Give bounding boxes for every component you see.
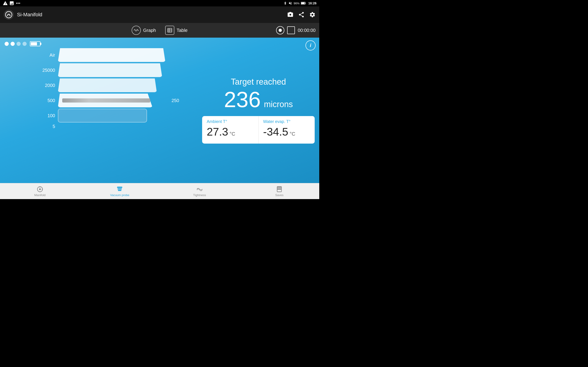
gauge-bar-2000-container (58, 78, 165, 92)
gauge-row-500: 500 250 (37, 94, 165, 107)
water-temp-value-row: -34.5 °C (263, 125, 310, 138)
share-icon[interactable] (298, 11, 304, 18)
gauge-bar-air-container (58, 48, 165, 62)
battery-body (30, 41, 40, 46)
camera-icon[interactable] (287, 11, 294, 18)
svg-rect-20 (277, 187, 282, 188)
tab-graph[interactable]: Graph (127, 23, 161, 38)
settings-icon[interactable] (309, 11, 316, 18)
table-icon-svg (167, 28, 172, 33)
gauge-row-2000: 2000 (37, 78, 165, 92)
water-temp-section: Water evap. T° -34.5 °C (259, 116, 315, 144)
connection-dots (5, 42, 27, 46)
battery-percent: 96% (294, 2, 300, 5)
dot-1 (5, 42, 9, 46)
tightness-tab-label: Tightness (193, 193, 206, 197)
left-panel: Air 25000 2000 500 (0, 38, 202, 183)
right-panel: i Target reached 236 microns Ambient T° … (202, 38, 319, 183)
main-content: Air 25000 2000 500 (0, 38, 319, 183)
svg-point-0 (16, 3, 17, 4)
active-indicator (62, 98, 150, 102)
dot-2 (10, 42, 15, 46)
device-status (5, 41, 198, 46)
ambient-temp-section: Ambient T° 27.3 °C (202, 116, 259, 144)
svg-point-1 (18, 3, 19, 4)
manifold-tab-icon (36, 186, 43, 193)
vacuum-value-display: 236 microns (224, 89, 293, 110)
tab-saves[interactable]: Saves (240, 185, 320, 198)
water-temp-unit: °C (290, 131, 295, 137)
app-title: Si-Manifold (17, 12, 42, 18)
svg-rect-7 (168, 28, 172, 32)
battery-tip (40, 43, 41, 45)
tightness-tab-icon (196, 186, 203, 193)
gauge-bar-25000-container (58, 63, 165, 77)
tab-manifold[interactable]: Manifold (0, 185, 80, 198)
temperature-card: Ambient T° 27.3 °C Water evap. T° -34.5 … (202, 116, 315, 144)
device-battery (30, 41, 41, 46)
gauge-label-5: 5 (37, 124, 55, 129)
svg-rect-21 (277, 189, 282, 190)
bluetooth-icon (284, 1, 287, 5)
ambient-temp-unit: °C (229, 131, 235, 137)
gauge-row-100: 100 (37, 109, 165, 123)
app-logo (4, 10, 14, 20)
water-temp-label: Water evap. T° (263, 119, 310, 124)
graph-tab-icon (132, 26, 141, 35)
manifold-tab-label: Manifold (34, 193, 45, 197)
gauge-row-5: 5 (37, 124, 165, 129)
svg-rect-19 (277, 186, 282, 187)
vacuum-gauge: Air 25000 2000 500 (37, 48, 165, 129)
wave-icon (134, 28, 139, 33)
ambient-temp-value: 27.3 (207, 125, 228, 138)
battery-fill (31, 42, 37, 45)
gauge-label-25000: 25000 (37, 68, 55, 73)
gauge-bar-2000 (58, 78, 157, 92)
ambient-temp-value-row: 27.3 °C (207, 125, 254, 138)
svg-rect-17 (118, 190, 121, 191)
ambient-temp-label: Ambient T° (207, 119, 254, 124)
info-button[interactable]: i (305, 40, 316, 50)
target-reached-text: Target reached (231, 77, 286, 87)
gauge-label-air: Air (37, 52, 55, 58)
svg-rect-16 (118, 188, 122, 190)
screenshot-icon (9, 1, 14, 6)
nav-bar: Graph Table 00:00:00 (0, 23, 319, 38)
saves-tab-label: Saves (275, 193, 284, 197)
tab-vacuum-probe[interactable]: Vacuum probe (80, 185, 160, 198)
gauge-label-100: 100 (37, 113, 55, 118)
gauge-label-500: 500 (37, 98, 55, 103)
stop-button[interactable] (287, 26, 295, 34)
gauge-row-air: Air (37, 48, 165, 62)
info-icon-text: i (310, 42, 311, 48)
tab-table[interactable]: Table (161, 23, 192, 38)
status-bar: 96% 16:26 (0, 0, 319, 6)
status-time: 16:26 (308, 1, 317, 5)
top-bar: Si-Manifold (0, 6, 319, 23)
gauge-label-2000: 2000 (37, 83, 55, 88)
gauge-bar-100 (58, 109, 147, 123)
tab-tightness[interactable]: Tightness (160, 185, 240, 198)
svg-point-6 (6, 11, 12, 18)
record-inner-dot (279, 29, 282, 32)
logo-icon (5, 11, 12, 18)
vacuum-probe-tab-label: Vacuum probe (110, 193, 129, 197)
bottom-tab-bar: Manifold Vacuum probe Tightness Saves (0, 183, 319, 199)
svg-rect-5 (305, 3, 306, 4)
dot-4 (23, 42, 27, 46)
table-tab-label: Table (177, 28, 188, 33)
svg-point-12 (39, 188, 41, 190)
gauge-row-25000: 25000 (37, 63, 165, 77)
vacuum-number: 236 (224, 89, 261, 110)
gauge-label-250: 250 (172, 98, 179, 103)
svg-rect-15 (117, 186, 122, 188)
record-button[interactable] (276, 26, 284, 34)
timer-display: 00:00:00 (298, 28, 316, 33)
water-temp-value: -34.5 (263, 125, 288, 138)
dots-icon (16, 1, 21, 6)
gauge-bar-air (58, 48, 165, 62)
nav-right-controls: 00:00:00 (276, 26, 316, 34)
warning-icon (3, 1, 8, 6)
top-bar-actions (287, 11, 316, 18)
dot-3 (17, 42, 21, 46)
